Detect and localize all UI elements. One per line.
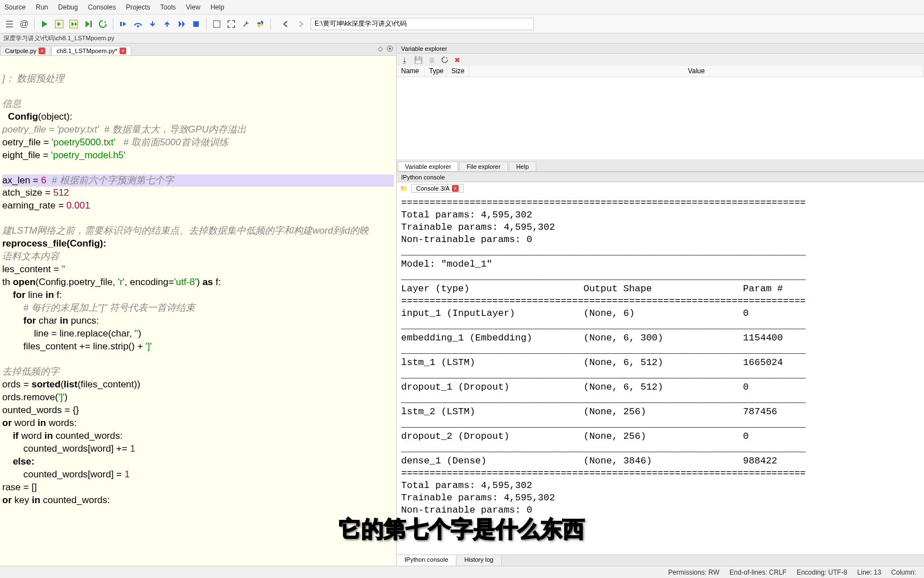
- back-icon[interactable]: [279, 18, 292, 30]
- toolbar: @: [0, 15, 924, 34]
- svg-rect-3: [120, 22, 122, 26]
- ve-title: Variable explorer: [401, 45, 447, 52]
- col-value[interactable]: Value: [469, 66, 924, 77]
- run-cell-advance-icon[interactable]: [68, 18, 80, 30]
- browse-icon[interactable]: 📁: [400, 185, 408, 192]
- col-size[interactable]: Size: [447, 66, 469, 77]
- stop-icon[interactable]: [190, 18, 202, 30]
- status-line: Line: 13: [858, 568, 882, 576]
- editor-tabs: Cartpole.py× ch8.1_LSTMpoem.py*× ◇: [0, 44, 396, 56]
- menu-tools[interactable]: Tools: [160, 3, 176, 11]
- list-icon[interactable]: [3, 18, 16, 30]
- code-text: (object):: [38, 111, 72, 122]
- menu-debug[interactable]: Debug: [58, 3, 78, 11]
- run-icon[interactable]: [39, 18, 51, 30]
- step-over-icon[interactable]: [132, 18, 144, 30]
- menu-help[interactable]: Help: [211, 3, 225, 11]
- save-icon[interactable]: 💾: [414, 56, 423, 64]
- delete-icon[interactable]: ✖: [454, 56, 460, 64]
- status-encoding: Encoding: UTF-8: [797, 568, 847, 576]
- svg-rect-2: [91, 21, 92, 27]
- statusbar: Permissions: RW End-of-lines: CRLF Encod…: [0, 566, 924, 578]
- continue-icon[interactable]: [175, 18, 188, 30]
- console-output[interactable]: ========================================…: [397, 195, 924, 555]
- tab-ipython-console[interactable]: IPython console: [397, 555, 456, 566]
- save-as-icon[interactable]: 🗎: [428, 56, 436, 64]
- fullscreen-icon[interactable]: [225, 18, 237, 30]
- col-name[interactable]: Name: [397, 66, 425, 77]
- step-out-icon[interactable]: [161, 18, 173, 30]
- menu-view[interactable]: View: [186, 3, 201, 11]
- col-type[interactable]: Type: [425, 66, 447, 77]
- svg-point-4: [137, 25, 139, 27]
- menubar: Source Run Debug Consoles Projects Tools…: [0, 0, 924, 15]
- python-icon[interactable]: [254, 18, 266, 30]
- run-selection-icon[interactable]: [82, 18, 94, 30]
- forward-icon[interactable]: [295, 18, 307, 30]
- ve-header: Name Type Size Value: [397, 66, 924, 77]
- svg-point-8: [389, 48, 391, 50]
- status-eol: End-of-lines: CRLF: [730, 568, 787, 576]
- at-icon[interactable]: @: [18, 18, 30, 30]
- video-subtitle: 它的第七个字是什么东西: [339, 514, 585, 544]
- menu-source[interactable]: Source: [4, 3, 26, 11]
- svg-rect-5: [193, 21, 199, 27]
- step-into-icon[interactable]: [146, 18, 159, 30]
- ve-body: [397, 77, 924, 159]
- rerun-icon[interactable]: [97, 18, 109, 30]
- status-permissions: Permissions: RW: [668, 568, 720, 576]
- menu-consoles[interactable]: Consoles: [88, 3, 116, 11]
- menu-run[interactable]: Run: [36, 3, 48, 11]
- path-input[interactable]: [311, 18, 534, 30]
- ipc-title: IPython console: [401, 174, 445, 181]
- tab-help[interactable]: Help: [509, 162, 536, 171]
- options-icon[interactable]: [386, 45, 394, 53]
- tab-history-log[interactable]: History log: [456, 555, 502, 566]
- ipython-console: IPython console 📁 Console 3/A× =========…: [397, 172, 924, 566]
- breadcrumb: 深度学习讲义\代码\ch8.1_LSTMpoem.py: [0, 34, 924, 44]
- dock-icon[interactable]: ◇: [378, 45, 383, 53]
- variable-explorer-pane: Variable explorer ⭳ 💾 🗎 ✖ Name Type Size…: [397, 44, 924, 172]
- tab-file-explorer[interactable]: File explorer: [459, 162, 508, 171]
- close-icon[interactable]: ×: [39, 48, 45, 54]
- tab-lstmpoem[interactable]: ch8.1_LSTMpoem.py*×: [51, 46, 131, 55]
- close-icon[interactable]: ×: [452, 185, 459, 192]
- tab-cartpole[interactable]: Cartpole.py×: [0, 46, 50, 55]
- import-icon[interactable]: ⭳: [401, 56, 408, 64]
- debug-step-icon[interactable]: [117, 18, 130, 30]
- refresh-icon[interactable]: [441, 56, 449, 64]
- tab-variable-explorer[interactable]: Variable explorer: [398, 162, 458, 171]
- menu-projects[interactable]: Projects: [126, 3, 150, 11]
- run-cell-icon[interactable]: [53, 18, 65, 30]
- svg-rect-6: [213, 21, 220, 27]
- wrench-icon[interactable]: [240, 18, 252, 30]
- status-column: Column:: [891, 568, 916, 576]
- maximize-icon[interactable]: [211, 18, 223, 30]
- console-tab[interactable]: Console 3/A×: [411, 184, 464, 193]
- code-editor[interactable]: ]： 数据预处理 信息 Config(object): poetry_file …: [0, 56, 396, 566]
- close-icon[interactable]: ×: [120, 48, 126, 54]
